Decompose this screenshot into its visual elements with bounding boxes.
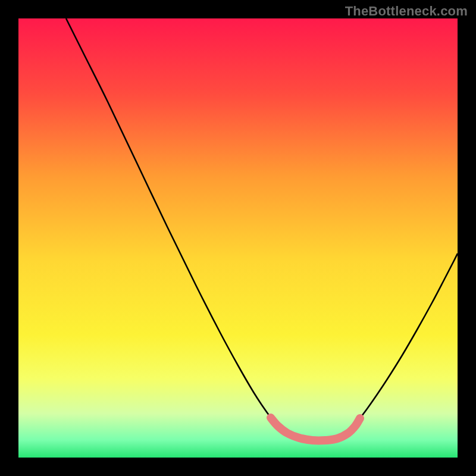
bottom-valley-highlight <box>271 418 360 440</box>
right-rising-curve <box>360 253 458 418</box>
left-falling-curve <box>66 18 271 418</box>
plot-area <box>18 18 458 458</box>
curve-layer <box>18 18 458 458</box>
chart-stage: TheBottleneck.com <box>0 0 476 476</box>
watermark-text: TheBottleneck.com <box>345 4 468 19</box>
